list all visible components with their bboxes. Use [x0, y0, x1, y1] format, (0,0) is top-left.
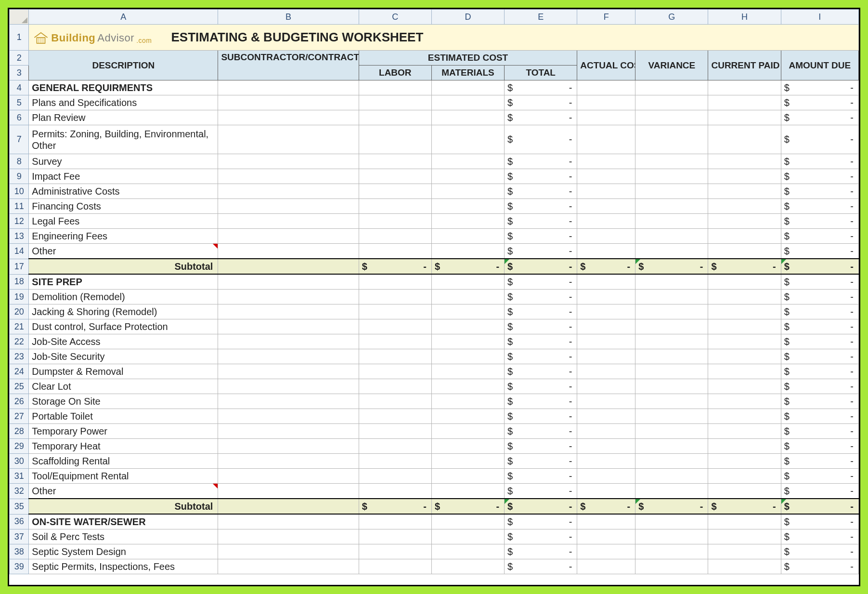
- cell[interactable]: [635, 469, 708, 484]
- row-header-24[interactable]: 24: [10, 364, 29, 379]
- cell[interactable]: [577, 184, 635, 199]
- description-cell[interactable]: Survey: [29, 154, 218, 169]
- money-cell[interactable]: $-: [781, 559, 858, 574]
- cell[interactable]: [218, 454, 359, 469]
- cell[interactable]: [431, 214, 504, 229]
- money-cell[interactable]: $-: [781, 454, 858, 469]
- cell[interactable]: [635, 274, 708, 290]
- cell[interactable]: [218, 214, 359, 229]
- cell[interactable]: [359, 334, 431, 349]
- row-header-11[interactable]: 11: [10, 199, 29, 214]
- money-cell[interactable]: $-: [505, 274, 577, 290]
- row-header-35[interactable]: 35: [10, 499, 29, 514]
- col-header-C[interactable]: C: [359, 10, 431, 25]
- col-header-I[interactable]: I: [781, 10, 858, 25]
- cell[interactable]: [431, 469, 504, 484]
- cell[interactable]: [577, 394, 635, 409]
- money-cell[interactable]: $-: [505, 319, 577, 334]
- money-cell[interactable]: $-: [505, 199, 577, 214]
- cell[interactable]: [359, 125, 431, 154]
- cell[interactable]: [431, 154, 504, 169]
- cell[interactable]: [218, 394, 359, 409]
- cell[interactable]: [218, 484, 359, 499]
- money-cell[interactable]: $-: [781, 379, 858, 394]
- cell[interactable]: [708, 125, 781, 154]
- cell[interactable]: [708, 154, 781, 169]
- money-cell[interactable]: $-: [505, 529, 577, 544]
- cell[interactable]: [218, 529, 359, 544]
- cell[interactable]: [708, 529, 781, 544]
- cell[interactable]: [577, 439, 635, 454]
- money-cell[interactable]: $-: [505, 110, 577, 125]
- row-header-7[interactable]: 7: [10, 125, 29, 154]
- cell[interactable]: [431, 424, 504, 439]
- cell[interactable]: [431, 274, 504, 290]
- cell[interactable]: [635, 229, 708, 244]
- row-header-12[interactable]: 12: [10, 214, 29, 229]
- row-header-6[interactable]: 6: [10, 110, 29, 125]
- cell[interactable]: [635, 349, 708, 364]
- money-cell[interactable]: $-: [505, 439, 577, 454]
- description-cell[interactable]: Septic System Design: [29, 544, 218, 559]
- cell[interactable]: [635, 439, 708, 454]
- description-cell[interactable]: Other: [29, 484, 218, 499]
- cell[interactable]: [635, 184, 708, 199]
- cell[interactable]: [359, 95, 431, 110]
- money-cell[interactable]: $-: [505, 364, 577, 379]
- money-cell[interactable]: $-: [781, 184, 858, 199]
- money-cell[interactable]: $-: [505, 95, 577, 110]
- cell[interactable]: [359, 229, 431, 244]
- description-cell[interactable]: Clear Lot: [29, 379, 218, 394]
- cell[interactable]: [218, 379, 359, 394]
- subtotal-label[interactable]: Subtotal: [29, 259, 218, 274]
- money-cell[interactable]: $-: [781, 319, 858, 334]
- cell[interactable]: [431, 514, 504, 529]
- cell[interactable]: [708, 469, 781, 484]
- money-cell[interactable]: $-: [505, 544, 577, 559]
- cell[interactable]: [708, 379, 781, 394]
- cell[interactable]: [359, 409, 431, 424]
- cell[interactable]: [218, 199, 359, 214]
- money-cell[interactable]: $-: [505, 559, 577, 574]
- cell[interactable]: [359, 110, 431, 125]
- cell[interactable]: [635, 304, 708, 319]
- money-cell[interactable]: $-: [708, 259, 781, 274]
- cell[interactable]: [218, 349, 359, 364]
- money-cell[interactable]: $-: [781, 394, 858, 409]
- cell[interactable]: [635, 484, 708, 499]
- cell[interactable]: [359, 154, 431, 169]
- cell[interactable]: [359, 364, 431, 379]
- money-cell[interactable]: $-: [505, 259, 577, 274]
- money-cell[interactable]: $-: [781, 484, 858, 499]
- cell[interactable]: [218, 304, 359, 319]
- money-cell[interactable]: $-: [781, 439, 858, 454]
- cell[interactable]: [218, 544, 359, 559]
- row-header-28[interactable]: 28: [10, 424, 29, 439]
- cell[interactable]: [708, 199, 781, 214]
- header-description[interactable]: DESCRIPTION: [29, 51, 218, 80]
- cell[interactable]: [431, 529, 504, 544]
- money-cell[interactable]: $-: [781, 514, 858, 529]
- row-header-1[interactable]: 1: [10, 25, 29, 51]
- header-estimated-cost[interactable]: ESTIMATED COST: [359, 51, 577, 66]
- cell[interactable]: [708, 110, 781, 125]
- description-cell[interactable]: Portable Toilet: [29, 409, 218, 424]
- cell[interactable]: [635, 364, 708, 379]
- cell[interactable]: [635, 80, 708, 95]
- money-cell[interactable]: $-: [781, 274, 858, 290]
- cell[interactable]: [577, 214, 635, 229]
- row-header-25[interactable]: 25: [10, 379, 29, 394]
- cell[interactable]: [359, 424, 431, 439]
- row-header-20[interactable]: 20: [10, 304, 29, 319]
- cell[interactable]: [708, 184, 781, 199]
- description-cell[interactable]: Storage On Site: [29, 394, 218, 409]
- cell[interactable]: [577, 290, 635, 304]
- cell[interactable]: [431, 379, 504, 394]
- header-current-paid[interactable]: CURRENT PAID: [708, 51, 781, 80]
- cell[interactable]: [431, 409, 504, 424]
- cell[interactable]: [431, 125, 504, 154]
- description-cell[interactable]: Soil & Perc Tests: [29, 529, 218, 544]
- header-labor[interactable]: LABOR: [359, 66, 431, 80]
- description-cell[interactable]: Temporary Heat: [29, 439, 218, 454]
- section-header[interactable]: GENERAL REQUIRMENTS: [29, 80, 218, 95]
